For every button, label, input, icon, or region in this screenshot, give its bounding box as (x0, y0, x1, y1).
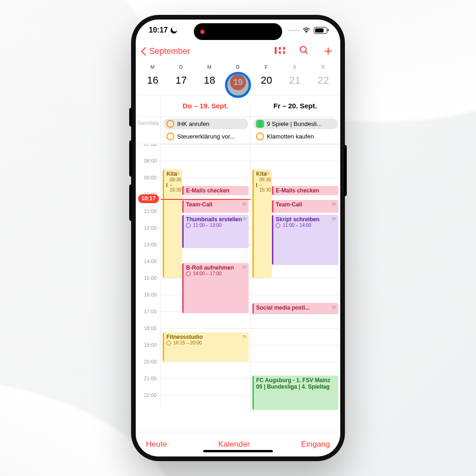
event-title: Team-Call (186, 201, 246, 208)
recurring-icon: ⟳ (242, 264, 246, 271)
event-title: Skript schreiben (276, 216, 336, 223)
event-title: FC Augsburg - 1. FSV Mainz 05 | Bundesli… (256, 377, 336, 390)
selected-day: 19 (230, 74, 246, 90)
calendar-event[interactable]: Fitnessstudio18:15 – 20:00⟳ (163, 332, 249, 362)
calendar-event[interactable]: Team-Call⟳ (272, 200, 338, 213)
hour-label: 13:00 (136, 242, 161, 258)
home-indicator[interactable] (203, 450, 273, 452)
day-22[interactable]: S22 (309, 64, 337, 90)
hour-label: 14:00 (136, 258, 161, 275)
allday-event-label: IHK anrufen (177, 120, 209, 127)
hour-label: 17:00 (136, 309, 161, 325)
allday-col-1: IHK anrufenSteuererklärung vor... (161, 117, 251, 144)
hour-label: 09:00 (136, 175, 161, 192)
chevron-left-icon (141, 47, 149, 55)
hour-cell[interactable] (251, 278, 340, 295)
battery-icon (314, 27, 327, 34)
calendar-event[interactable]: E-Mails checken (272, 186, 338, 195)
day-number: 17 (175, 74, 186, 86)
hour-cell[interactable] (161, 311, 251, 328)
recurring-icon: ⟳ (332, 304, 336, 311)
wifi-icon (302, 27, 311, 33)
day-number: 19 (230, 74, 246, 90)
calendar-event[interactable]: Social media posti...⟳ (252, 303, 338, 314)
hour-cell[interactable] (161, 362, 251, 378)
recurring-icon: ⟳ (242, 201, 246, 207)
timeline-scroll[interactable]: 07:0008:0009:0010:0011:0012:0013:0014:00… (136, 144, 340, 432)
allday-label: Ganztägig (136, 117, 161, 144)
hour-label: 08:00 (136, 158, 161, 175)
event-time: 14:00 – 17:00 (186, 271, 246, 276)
calendar-event[interactable]: Thumbnails erstellen11:00 – 13:00⟳ (182, 215, 249, 248)
hour-label: 21:00 (136, 376, 161, 392)
hour-label: 10:00 (136, 192, 161, 208)
day-number: 18 (204, 74, 215, 86)
recurring-icon: ⟳ (242, 334, 246, 340)
event-title: E-Mails checken (186, 187, 246, 194)
calendar-event[interactable]: Team-Call⟳ (182, 200, 249, 213)
day-18[interactable]: M18 (195, 64, 224, 90)
allday-event[interactable]: Klamotten kaufen (253, 131, 338, 142)
calendar-badge-icon: ⋮⋮ (256, 120, 264, 128)
weekday-label: D (236, 64, 240, 70)
reminder-ring-icon (166, 132, 174, 140)
calendar-event[interactable]: E-Mails checken (182, 186, 249, 195)
day-headers: Do – 19. Sept. Fr – 20. Sept. (136, 95, 340, 116)
day-20[interactable]: F20 (252, 64, 281, 90)
day-number: 20 (261, 74, 272, 86)
hour-cell[interactable] (251, 345, 340, 362)
weekday-label: F (264, 64, 268, 70)
back-label: September (149, 46, 190, 56)
recurring-icon: ⟳ (332, 216, 336, 222)
phone-frame: 10:17 September + M16 (131, 15, 345, 461)
day-number: 22 (317, 74, 329, 86)
allday-event[interactable]: ⋮⋮9 Spiele | Bundesli... (253, 119, 338, 129)
calendar-event[interactable]: FC Augsburg - 1. FSV Mainz 05 | Bundesli… (252, 376, 338, 410)
hour-label: 07:00 (136, 144, 161, 158)
allday-event-label: Klamotten kaufen (267, 133, 314, 140)
event-title: Thumbnails erstellen (186, 216, 246, 223)
hour-cell[interactable] (161, 144, 251, 161)
hour-cell[interactable] (161, 395, 251, 412)
calendars-button[interactable]: Kalender (218, 440, 250, 449)
reminder-ring-icon (256, 132, 264, 140)
day-21[interactable]: S21 (281, 64, 309, 90)
allday-event[interactable]: IHK anrufen (164, 119, 248, 129)
hour-label: 22:00 (136, 392, 161, 409)
inbox-button[interactable]: Eingang (301, 440, 330, 449)
nav-bar: September + (136, 41, 340, 61)
week-selector: M16D17M18D19F20S21S22 (136, 61, 340, 95)
calendar-event[interactable]: Skript schreiben11:00 – 14:00⟳ (272, 215, 338, 265)
weekday-label: S (321, 64, 325, 70)
hour-label: 19:00 (136, 342, 161, 359)
view-toggle-button[interactable] (274, 46, 285, 56)
add-event-button[interactable]: + (323, 46, 334, 56)
weekday-label: D (179, 64, 183, 70)
hour-label: 18:00 (136, 325, 161, 342)
day-17[interactable]: D17 (167, 64, 195, 90)
recording-dot-icon (200, 30, 205, 34)
hour-cell[interactable] (251, 144, 340, 161)
search-button[interactable] (298, 46, 310, 56)
hour-cell[interactable] (251, 328, 340, 345)
day-19[interactable]: D19 (224, 64, 252, 90)
bottom-toolbar: Heute Kalender Eingang (136, 432, 340, 456)
status-time: 10:17 (149, 26, 168, 34)
day-columns-icon (275, 47, 285, 55)
today-button[interactable]: Heute (146, 440, 167, 449)
calendar-event[interactable]: Kita08:30 – 15:30⟳ (252, 169, 272, 278)
day-16[interactable]: M16 (139, 64, 167, 90)
calendar-event[interactable]: B-Roll aufnehmen14:00 – 17:00⟳ (182, 263, 249, 313)
day-number: 21 (289, 74, 300, 86)
recurring-icon: ⟳ (176, 171, 180, 177)
dnd-moon-icon (171, 27, 177, 33)
calendar-event[interactable]: Kita08:30 – 15:30⟳ (163, 169, 182, 278)
recurring-icon: ⟳ (265, 171, 270, 177)
hour-label: 12:00 (136, 225, 161, 242)
hour-cell[interactable] (161, 378, 251, 395)
search-icon (299, 45, 309, 57)
allday-section: Ganztägig IHK anrufenSteuererklärung vor… (136, 116, 340, 144)
dynamic-island (194, 23, 282, 40)
allday-event[interactable]: Steuererklärung vor... (164, 131, 248, 142)
back-button[interactable]: September (142, 46, 190, 56)
